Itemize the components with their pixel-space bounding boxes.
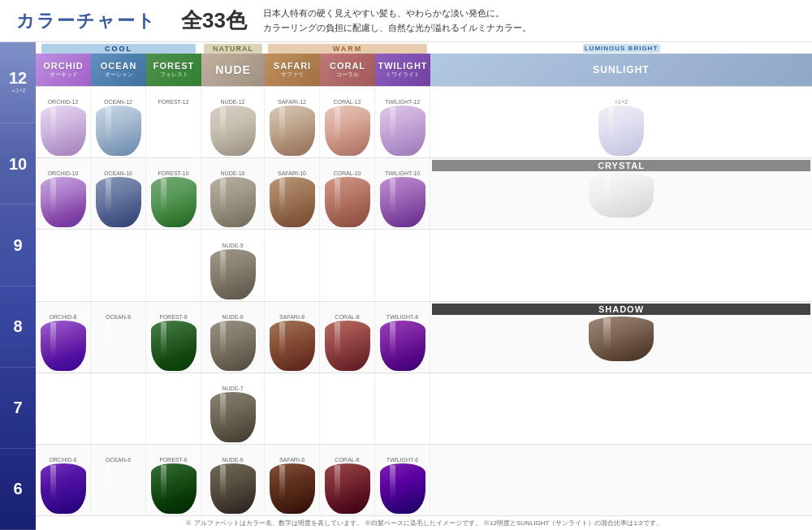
cell-nude-9[interactable]: NUDE-9 — [201, 230, 265, 300]
cell-orchid-6[interactable]: ORCHID-6 — [36, 445, 91, 515]
swatch-nude-7 — [210, 392, 256, 442]
cell-ocean-9-empty — [91, 230, 146, 300]
cell-safari-8[interactable]: SAFARI-8 — [265, 302, 320, 373]
empty-right-6 — [598, 463, 644, 514]
cell-forest-12[interactable]: FOREST-12 — [146, 87, 201, 157]
orchid-jp: オーキッド — [50, 71, 78, 79]
level-note-12: ＝1+2 — [11, 87, 26, 95]
luminous-label: LUMINOUS BRIGHT — [583, 44, 660, 53]
cell-nude-8[interactable]: NUDE-8 — [201, 302, 265, 373]
cell-shadow[interactable]: SHADOW — [430, 302, 812, 373]
swatch-coral-6 — [325, 463, 370, 514]
label-ocean-10: OCEAN-10 — [104, 170, 132, 177]
label-forest-6: FOREST-6 — [159, 457, 187, 463]
row-10: ORCHID-10 OCEAN-10 FOREST-10 NUDE-10 — [36, 158, 812, 230]
page-title: カラーチャート — [16, 9, 157, 33]
cell-coral-8[interactable]: CORAL-8 — [320, 302, 375, 373]
cell-ocean-6[interactable]: OCEAN-6 — [91, 445, 146, 515]
page: カラーチャート 全33色 日本人特有の硬く見えやすい髪も、やわらかな淡い発色に。… — [0, 0, 812, 530]
category-header-row: COOL NATURAL WARM LUMINOUS BRIGHT — [36, 42, 812, 54]
warm-label: WARM — [268, 44, 427, 54]
row-9: NUDE-9 — [36, 230, 812, 301]
swatch-twilight-6 — [380, 463, 425, 514]
safari-name: SAFARI — [274, 61, 311, 71]
cell-safari-6[interactable]: SAFARI-6 — [265, 445, 320, 515]
cell-ocean-12[interactable]: OCEAN-12 — [91, 87, 146, 157]
ocean-header: OCEAN オーシャン — [91, 54, 146, 86]
cell-twilight-7-empty — [375, 373, 430, 444]
coral-header: CORAL コーラル — [320, 54, 375, 86]
cell-right-7-empty — [430, 373, 812, 444]
twilight-name: TWILIGHT — [378, 61, 427, 71]
cell-orchid-12[interactable]: ORCHID-12 — [36, 87, 91, 157]
level-slot-10: 10 — [0, 123, 36, 205]
empty-right-7 — [598, 392, 644, 442]
empty-forest-7 — [151, 392, 197, 442]
swatch-safari-12 — [270, 106, 315, 156]
label-ocean-8: OCEAN-8 — [106, 314, 131, 321]
cell-crystal[interactable]: CRYSTAL — [430, 158, 812, 229]
cell-coral-9-empty — [320, 230, 375, 300]
cell-orchid-7-empty — [36, 373, 91, 444]
label-orchid-12: ORCHID-12 — [48, 99, 79, 106]
level-num-7: 7 — [13, 399, 22, 416]
cell-nude-12[interactable]: NUDE-12 — [201, 87, 265, 157]
cell-sunlight-12[interactable]: =1+2 — [430, 87, 812, 157]
level-num-10: 10 — [9, 156, 27, 172]
cell-twilight-6[interactable]: TWILIGHT-6 — [375, 445, 430, 515]
swatch-nude-8 — [210, 321, 256, 371]
shadow-title: SHADOW — [432, 304, 810, 315]
swatch-twilight-8 — [380, 321, 425, 371]
cell-ocean-8[interactable]: OCEAN-8 — [91, 302, 146, 373]
cell-ocean-10[interactable]: OCEAN-10 — [91, 158, 146, 229]
coral-jp: コーラル — [336, 71, 359, 79]
swatch-coral-10 — [325, 177, 370, 227]
cell-nude-7[interactable]: NUDE-7 — [201, 373, 265, 444]
cell-forest-6[interactable]: FOREST-6 — [146, 445, 201, 515]
cell-safari-10[interactable]: SAFARI-10 — [265, 158, 320, 229]
level-slot-8: 8 — [0, 287, 36, 368]
empty-ocean-7 — [96, 392, 141, 442]
swatch-twilight-10 — [380, 177, 425, 227]
ocean-jp: オーシャン — [105, 71, 133, 79]
empty-ocean-9 — [96, 249, 141, 299]
swatch-nude-10 — [210, 177, 256, 227]
label-safari-8: SAFARI-8 — [279, 314, 304, 321]
label-forest-10: FOREST-10 — [158, 170, 188, 177]
cell-nude-10[interactable]: NUDE-10 — [201, 158, 265, 229]
cell-twilight-10[interactable]: TWILIGHT-10 — [375, 158, 430, 229]
label-ocean-6: OCEAN-6 — [106, 457, 131, 463]
cell-coral-10[interactable]: CORAL-10 — [320, 158, 375, 229]
cell-forest-10[interactable]: FOREST-10 — [146, 158, 201, 229]
cell-orchid-8[interactable]: ORCHID-8 — [36, 302, 91, 373]
cell-coral-12[interactable]: CORAL-12 — [320, 87, 375, 157]
cell-twilight-8[interactable]: TWILIGHT-8 — [375, 302, 430, 373]
label-safari-12: SAFARI-12 — [278, 99, 306, 106]
cell-coral-6[interactable]: CORAL-6 — [320, 445, 375, 515]
swatch-orchid-12 — [41, 106, 86, 156]
label-nude-6: NUDE-6 — [222, 457, 243, 463]
cell-orchid-10[interactable]: ORCHID-10 — [36, 158, 91, 229]
sunlight-name: SUNLIGHT — [593, 64, 649, 75]
forest-header: FOREST フォレスト — [146, 54, 201, 86]
cell-safari-12[interactable]: SAFARI-12 — [265, 87, 320, 157]
cell-twilight-12[interactable]: TWILIGHT-12 — [375, 87, 430, 157]
label-forest-12: FOREST-12 — [158, 99, 188, 106]
swatch-forest-8 — [151, 321, 197, 371]
label-coral-6: CORAL-6 — [335, 457, 359, 463]
coral-name: CORAL — [330, 61, 365, 71]
swatch-twilight-12 — [380, 106, 425, 156]
orchid-name: ORCHID — [43, 61, 83, 71]
level-slot-9: 9 — [0, 205, 36, 286]
main-content: 12 ＝1+2 10 9 8 7 6 COOL — [0, 42, 812, 530]
cell-nude-6[interactable]: NUDE-6 — [201, 445, 265, 515]
sunlight-header: SUNLIGHT — [430, 54, 812, 86]
level-slot-12: 12 ＝1+2 — [0, 42, 36, 123]
label-orchid-8: ORCHID-8 — [50, 314, 77, 321]
swatch-safari-6 — [270, 463, 315, 514]
cell-coral-7-empty — [320, 373, 375, 444]
cell-orchid-9-empty — [36, 230, 91, 300]
color-count: 全33色 — [181, 6, 247, 35]
empty-orchid-9 — [41, 249, 86, 299]
cell-forest-8[interactable]: FOREST-8 — [146, 302, 201, 373]
